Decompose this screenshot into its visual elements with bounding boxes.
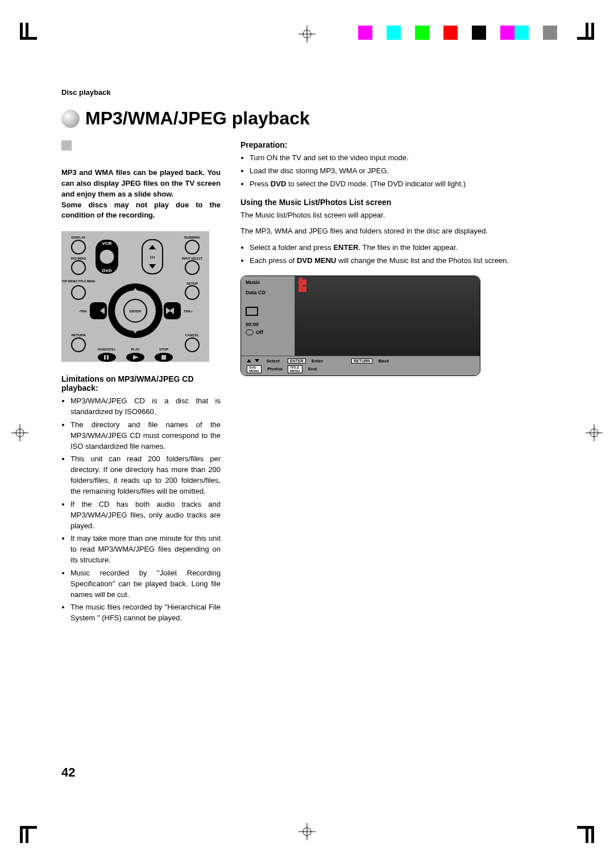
list-item: Press DVD to select the DVD mode. (The D…	[250, 179, 553, 190]
stop-icon	[246, 307, 258, 316]
svg-text:DUBBING: DUBBING	[184, 236, 200, 239]
body-text: The MP3, WMA and JPEG files and folders …	[240, 226, 553, 237]
svg-rect-54	[161, 355, 166, 360]
svg-text:ENTER: ENTER	[130, 310, 142, 313]
osd-title: Music	[246, 279, 290, 285]
registration-mark-icon	[298, 26, 316, 45]
svg-rect-63	[577, 826, 594, 829]
intro-text: MP3 and WMA files can be played back. Yo…	[61, 168, 221, 221]
list-item: Music recorded by "Joliet Recording Spec…	[70, 568, 221, 600]
svg-rect-2	[20, 37, 37, 40]
list-item: Select a folder and press ENTER. The fil…	[250, 243, 553, 253]
list-item: The music files recorded by "Hierarchica…	[70, 602, 221, 624]
color-calibration-bar	[330, 26, 557, 40]
decorative-square	[61, 140, 72, 151]
limitations-list: MP3/WMA/JPEG CD is a disc that is standa…	[61, 396, 221, 624]
osd-screenshot: Music Data CD 00:00 Off	[240, 276, 553, 376]
osd-time: 00:00	[246, 322, 290, 327]
svg-text:-TRK: -TRK	[79, 310, 88, 313]
crop-mark	[20, 820, 43, 845]
svg-text:RETURN: RETURN	[72, 333, 86, 337]
svg-text:TOP MENU/
TITLE MENU: TOP MENU/ TITLE MENU	[62, 279, 96, 283]
limitations-heading: Limitations on MP3/WMA/JPEG CD playback:	[61, 374, 221, 393]
list-item: It may take more than one minute for thi…	[70, 533, 221, 566]
list-item: This unit can read 200 folders/files per…	[70, 454, 221, 496]
crop-mark	[571, 820, 594, 845]
svg-text:VCR: VCR	[102, 241, 112, 246]
crop-mark	[571, 23, 594, 48]
svg-text:CANCEL: CANCEL	[185, 333, 200, 337]
body-text: The Music list/Photos list screen will a…	[240, 210, 553, 221]
osd-folder-item	[298, 279, 476, 285]
preparation-list: Turn ON the TV and set to the video inpu…	[240, 153, 553, 190]
folder-icon	[298, 286, 306, 292]
svg-text:DVD MENU: DVD MENU	[71, 257, 86, 260]
osd-hint: TITLE MENU End	[288, 365, 329, 373]
repeat-icon	[246, 329, 254, 335]
remote-control-illustration: DISPLAY DUBBING VCR DVD CH DVD MENU INPU…	[61, 231, 209, 362]
svg-text:INPUT SELECT: INPUT SELECT	[182, 257, 202, 260]
osd-hint: Select	[247, 358, 288, 364]
svg-text:SETUP: SETUP	[186, 282, 198, 285]
list-item: Load the disc storing MP3, WMA or JPEG.	[250, 166, 553, 177]
page-number: 42	[61, 765, 75, 780]
svg-text:DVD: DVD	[102, 268, 112, 273]
svg-text:DISPLAY: DISPLAY	[71, 236, 85, 239]
breadcrumb: Disc playback	[61, 88, 553, 97]
svg-point-23	[99, 249, 114, 264]
osd-repeat: Off	[246, 329, 290, 335]
registration-mark-icon	[11, 424, 28, 444]
list-item: The directory and file names of the MP3/…	[70, 420, 221, 452]
using-heading: Using the Music List/Photos List screen	[240, 198, 553, 207]
list-item: MP3/WMA/JPEG CD is a disc that is standa…	[70, 396, 221, 418]
svg-text:PAUSE/STILL: PAUSE/STILL	[98, 348, 116, 351]
svg-text:TRK+: TRK+	[184, 310, 193, 313]
registration-mark-icon	[586, 424, 603, 444]
crop-mark	[20, 23, 43, 48]
using-list: Select a folder and press ENTER. The fil…	[240, 243, 553, 266]
osd-source: Data CD	[246, 290, 290, 295]
osd-hint: DVD MENU Photos	[247, 365, 288, 373]
list-item: Turn ON the TV and set to the video inpu…	[250, 153, 553, 164]
svg-rect-5	[577, 37, 594, 40]
section-dot-icon	[61, 110, 80, 128]
osd-hint: RETURN Back	[351, 358, 392, 364]
svg-text:CH: CH	[150, 256, 155, 259]
list-item: If the CD has both audio tracks and MP3/…	[70, 499, 221, 532]
page-title: MP3/WMA/JPEG playback	[85, 108, 310, 129]
osd-folder-item	[298, 286, 476, 292]
svg-text:STOP: STOP	[159, 348, 168, 351]
svg-rect-60	[20, 826, 37, 829]
print-marks-bottom	[0, 823, 614, 845]
svg-text:PLAY: PLAY	[131, 348, 139, 351]
svg-rect-49	[107, 355, 109, 360]
preparation-heading: Preparation:	[240, 140, 553, 149]
list-item: Each press of DVD MENU will change the M…	[250, 256, 553, 266]
osd-hint: ENTER Enter	[288, 358, 329, 364]
svg-rect-48	[104, 355, 106, 360]
